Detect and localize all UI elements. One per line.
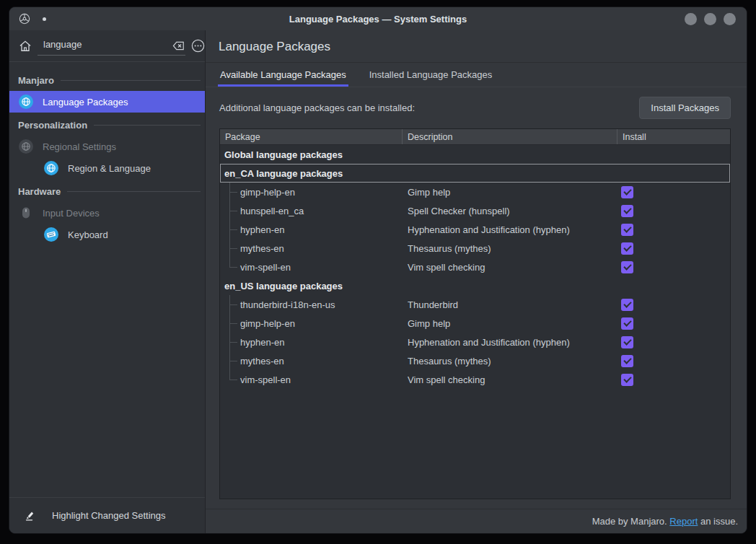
minimize-button[interactable] [685,13,697,25]
package-description: Thesaurus (mythes) [403,239,617,258]
overflow-menu-icon[interactable] [190,38,206,53]
section-header-personalization: Personalization [9,113,205,136]
table-row[interactable]: hunspell-en_ca Spell Checker (hunspell) [220,201,730,220]
table-row[interactable]: vim-spell-en Vim spell checking [220,258,730,276]
install-checkbox[interactable] [621,224,633,236]
section-header-hardware: Hardware [9,179,205,202]
table-header: Package Description Install [220,129,730,145]
package-description: Thesaurus (mythes) [403,351,617,370]
table-row[interactable]: mythes-en Thesaurus (mythes) [220,351,730,370]
keyboard-icon [44,227,58,242]
install-checkbox[interactable] [621,317,633,330]
system-settings-window: Language Packages — System Settings [9,6,747,534]
install-checkbox[interactable] [621,242,633,255]
group-label: en_CA language packages [224,168,343,179]
window-title: Language Packages — System Settings [9,14,747,25]
section-rule [67,191,201,192]
window-controls [685,13,747,25]
tab-installed-language-packages[interactable]: Installed Language Packages [367,63,495,87]
sidebar-item-label: Language Packages [43,97,128,108]
sidebar-search-row [9,30,205,62]
sidebar-nav: Manjaro Language [9,62,205,497]
table-row[interactable]: gimp-help-en Gimp help [220,183,730,201]
main-footer: Made by Manjaro. Report an issue. [206,509,747,533]
section-header-manjaro: Manjaro [9,68,205,91]
home-icon[interactable] [18,39,32,53]
package-description: Hyphenation and Justification (hyphen) [403,220,617,239]
search-field [38,36,185,56]
tab-available-language-packages[interactable]: Available Language Packages [218,63,348,87]
install-checkbox[interactable] [621,336,633,348]
column-header-package[interactable]: Package [220,129,403,144]
sidebar-item-label: Region & Language [68,163,151,174]
package-description: Vim spell checking [403,370,617,389]
package-description: Hyphenation and Justification (hyphen) [403,333,617,351]
install-checkbox[interactable] [621,374,633,386]
highlight-changed-settings-label: Highlight Changed Settings [52,510,166,521]
titlebar-dot-indicator [43,17,46,21]
close-button[interactable] [724,13,736,25]
titlebar-left [9,12,46,26]
install-packages-button[interactable]: Install Packages [639,97,731,119]
footer-text: Made by Manjaro. [592,516,670,527]
globe-icon [44,161,58,175]
group-label: Global language packages [224,149,343,160]
globe-icon [19,95,33,109]
install-checkbox[interactable] [621,299,633,311]
sidebar-item-language-packages[interactable]: Language Packages [9,91,205,113]
sidebar-item-region-language[interactable]: Region & Language [9,157,205,179]
table-row[interactable]: thunderbird-i18n-en-us Thunderbird [220,295,730,314]
titlebar: Language Packages — System Settings [9,7,747,30]
install-checkbox[interactable] [621,355,633,367]
package-name: hyphen-en [240,224,284,235]
sidebar-item-input-devices: Input Devices [9,202,205,224]
group-label: en_US language packages [224,281,343,291]
sidebar-item-regional-settings: Regional Settings [9,136,205,157]
section-label: Hardware [18,186,61,197]
sidebar-item-keyboard[interactable]: Keyboard [9,224,205,245]
package-description: Spell Checker (hunspell) [403,201,617,220]
clear-search-icon[interactable] [172,39,185,53]
packages-table: Package Description Install Global langu… [219,128,731,499]
install-checkbox[interactable] [621,205,633,217]
maximize-button[interactable] [704,13,716,25]
table-row[interactable]: gimp-help-en Gimp help [220,314,730,333]
tab-bar: Available Language Packages Installed La… [206,63,747,87]
report-link[interactable]: Report [669,516,698,527]
package-name: gimp-help-en [240,318,295,329]
package-name: hyphen-en [240,337,284,348]
package-name: hunspell-en_ca [240,206,304,216]
package-description: Gimp help [403,314,617,333]
sidebar-item-label: Keyboard [68,229,108,240]
section-label: Manjaro [18,75,54,86]
column-header-description[interactable]: Description [403,129,617,144]
group-row-en-us[interactable]: en_US language packages [220,276,730,295]
section-rule [61,80,201,81]
install-checkbox[interactable] [621,186,633,198]
tab-content: Additional language packages can be inst… [206,87,747,509]
main-panel: Language Packages Available Language Pac… [206,30,747,533]
install-checkbox[interactable] [621,261,633,273]
table-row[interactable]: vim-spell-en Vim spell checking [220,370,730,389]
package-name: vim-spell-en [240,262,291,273]
group-row-global[interactable]: Global language packages [220,145,730,164]
sidebar: Manjaro Language [9,30,206,533]
sidebar-item-label: Regional Settings [43,141,116,152]
package-description: Vim spell checking [403,258,617,276]
section-label: Personalization [18,120,87,131]
settings-gear-icon [17,12,32,26]
group-row-en-ca[interactable]: en_CA language packages [220,164,730,183]
package-name: vim-spell-en [240,374,291,385]
sidebar-item-label: Input Devices [43,208,100,219]
column-header-install[interactable]: Install [617,129,730,144]
package-name: mythes-en [240,356,284,367]
table-row[interactable]: hyphen-en Hyphenation and Justification … [220,220,730,239]
page-title: Language Packages [206,30,747,63]
table-row[interactable]: hyphen-en Hyphenation and Justification … [220,333,730,351]
highlight-changed-settings[interactable]: Highlight Changed Settings [9,497,205,533]
package-name: thunderbird-i18n-en-us [240,299,335,310]
table-row[interactable]: mythes-en Thesaurus (mythes) [220,239,730,258]
search-input[interactable] [38,39,172,52]
info-text: Additional language packages can be inst… [219,102,415,113]
mouse-icon [19,206,33,220]
